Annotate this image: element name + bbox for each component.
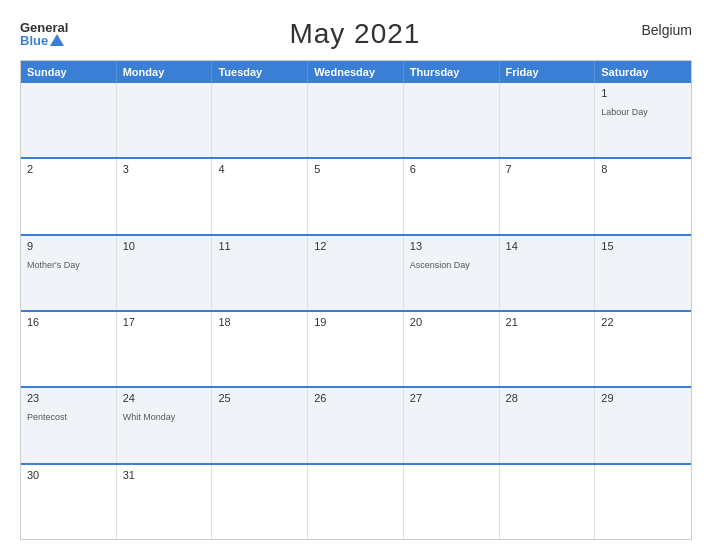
calendar-cell: 21 xyxy=(500,312,596,386)
calendar-cell: 26 xyxy=(308,388,404,462)
day-number: 11 xyxy=(218,240,301,252)
calendar-week: 3031 xyxy=(21,463,691,539)
day-number: 18 xyxy=(218,316,301,328)
day-number: 17 xyxy=(123,316,206,328)
day-number: 19 xyxy=(314,316,397,328)
calendar-cell: 23Pentecost xyxy=(21,388,117,462)
day-number: 10 xyxy=(123,240,206,252)
calendar-week: 2345678 xyxy=(21,157,691,233)
day-event: Mother's Day xyxy=(27,260,80,270)
calendar-week: 9Mother's Day10111213Ascension Day1415 xyxy=(21,234,691,310)
day-of-week-header: Tuesday xyxy=(212,61,308,83)
day-number: 3 xyxy=(123,163,206,175)
logo: General Blue xyxy=(20,21,68,47)
calendar: SundayMondayTuesdayWednesdayThursdayFrid… xyxy=(20,60,692,540)
calendar-cell: 8 xyxy=(595,159,691,233)
day-of-week-header: Saturday xyxy=(595,61,691,83)
day-number: 6 xyxy=(410,163,493,175)
calendar-cell xyxy=(308,465,404,539)
day-number: 30 xyxy=(27,469,110,481)
day-number: 7 xyxy=(506,163,589,175)
day-number: 29 xyxy=(601,392,685,404)
calendar-cell: 1Labour Day xyxy=(595,83,691,157)
day-number: 23 xyxy=(27,392,110,404)
header: General Blue May 2021 Belgium xyxy=(20,18,692,50)
calendar-cell: 17 xyxy=(117,312,213,386)
day-number: 1 xyxy=(601,87,685,99)
day-of-week-header: Friday xyxy=(500,61,596,83)
day-number: 5 xyxy=(314,163,397,175)
day-event: Pentecost xyxy=(27,412,67,422)
logo-triangle-icon xyxy=(50,34,64,46)
day-number: 4 xyxy=(218,163,301,175)
day-number: 20 xyxy=(410,316,493,328)
day-number: 2 xyxy=(27,163,110,175)
calendar-cell: 29 xyxy=(595,388,691,462)
calendar-cell: 30 xyxy=(21,465,117,539)
calendar-cell xyxy=(21,83,117,157)
day-number: 25 xyxy=(218,392,301,404)
day-number: 26 xyxy=(314,392,397,404)
calendar-cell: 7 xyxy=(500,159,596,233)
calendar-cell: 3 xyxy=(117,159,213,233)
calendar-week: 16171819202122 xyxy=(21,310,691,386)
calendar-cell xyxy=(117,83,213,157)
calendar-cell: 31 xyxy=(117,465,213,539)
calendar-cell: 27 xyxy=(404,388,500,462)
day-of-week-header: Monday xyxy=(117,61,213,83)
day-number: 28 xyxy=(506,392,589,404)
calendar-body: 1Labour Day23456789Mother's Day10111213A… xyxy=(21,83,691,539)
calendar-cell: 5 xyxy=(308,159,404,233)
day-number: 12 xyxy=(314,240,397,252)
calendar-cell: 4 xyxy=(212,159,308,233)
calendar-week: 1Labour Day xyxy=(21,83,691,157)
calendar-cell: 16 xyxy=(21,312,117,386)
day-number: 16 xyxy=(27,316,110,328)
day-number: 9 xyxy=(27,240,110,252)
calendar-cell xyxy=(212,83,308,157)
calendar-cell xyxy=(404,83,500,157)
day-of-week-header: Wednesday xyxy=(308,61,404,83)
day-of-week-header: Sunday xyxy=(21,61,117,83)
day-number: 31 xyxy=(123,469,206,481)
calendar-title: May 2021 xyxy=(289,18,420,50)
calendar-cell: 13Ascension Day xyxy=(404,236,500,310)
day-number: 24 xyxy=(123,392,206,404)
day-number: 14 xyxy=(506,240,589,252)
day-number: 22 xyxy=(601,316,685,328)
calendar-cell: 25 xyxy=(212,388,308,462)
calendar-cell: 28 xyxy=(500,388,596,462)
calendar-cell: 2 xyxy=(21,159,117,233)
day-event: Ascension Day xyxy=(410,260,470,270)
country-label: Belgium xyxy=(641,22,692,38)
day-event: Labour Day xyxy=(601,107,648,117)
logo-blue-text: Blue xyxy=(20,34,68,47)
calendar-cell: 18 xyxy=(212,312,308,386)
day-of-week-header: Thursday xyxy=(404,61,500,83)
day-number: 8 xyxy=(601,163,685,175)
calendar-cell: 22 xyxy=(595,312,691,386)
calendar-cell xyxy=(595,465,691,539)
calendar-cell: 12 xyxy=(308,236,404,310)
calendar-cell xyxy=(308,83,404,157)
day-number: 15 xyxy=(601,240,685,252)
page: General Blue May 2021 Belgium SundayMond… xyxy=(0,0,712,550)
calendar-header-row: SundayMondayTuesdayWednesdayThursdayFrid… xyxy=(21,61,691,83)
calendar-cell: 20 xyxy=(404,312,500,386)
calendar-cell: 6 xyxy=(404,159,500,233)
calendar-cell: 11 xyxy=(212,236,308,310)
calendar-cell: 9Mother's Day xyxy=(21,236,117,310)
calendar-cell: 15 xyxy=(595,236,691,310)
calendar-cell: 10 xyxy=(117,236,213,310)
calendar-cell xyxy=(212,465,308,539)
day-number: 13 xyxy=(410,240,493,252)
calendar-cell xyxy=(404,465,500,539)
day-event: Whit Monday xyxy=(123,412,176,422)
day-number: 21 xyxy=(506,316,589,328)
calendar-cell: 24Whit Monday xyxy=(117,388,213,462)
calendar-cell: 14 xyxy=(500,236,596,310)
calendar-cell xyxy=(500,465,596,539)
day-number: 27 xyxy=(410,392,493,404)
calendar-week: 23Pentecost24Whit Monday2526272829 xyxy=(21,386,691,462)
calendar-cell xyxy=(500,83,596,157)
